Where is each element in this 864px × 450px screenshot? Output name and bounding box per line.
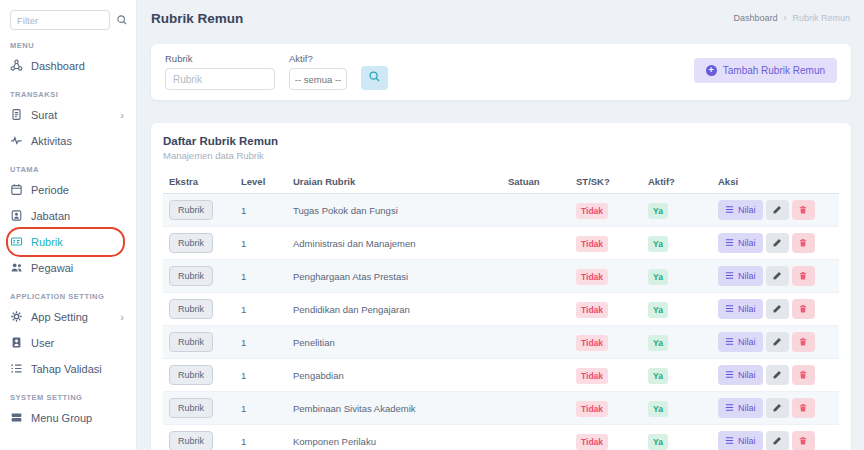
edit-button[interactable]: [766, 431, 789, 450]
trash-icon: [798, 236, 808, 251]
sidebar-item-jabatan[interactable]: Jabatan: [0, 203, 136, 229]
ekstra-rubrik-button[interactable]: Rubrik: [169, 233, 213, 253]
nilai-button[interactable]: Nilai: [718, 332, 763, 352]
aksi-cell: Nilai: [712, 359, 839, 392]
stsk-badge: Tidak: [576, 236, 608, 252]
nilai-button[interactable]: Nilai: [718, 299, 763, 319]
delete-button[interactable]: [792, 233, 815, 253]
aktif-cell: Ya: [642, 392, 712, 425]
edit-button[interactable]: [766, 200, 789, 220]
delete-button[interactable]: [792, 332, 815, 352]
rubrik-filter-input[interactable]: [165, 68, 275, 90]
edit-button[interactable]: [766, 233, 789, 253]
edit-button[interactable]: [766, 266, 789, 286]
sidebar-item-label: Jabatan: [31, 210, 70, 222]
table-body: Rubrik 1 Tugas Pokok dan Fungsi Tidak Ya…: [163, 194, 839, 450]
edit-button[interactable]: [766, 299, 789, 319]
breadcrumb-separator: ›: [783, 13, 786, 23]
ekstra-rubrik-button[interactable]: Rubrik: [169, 266, 213, 286]
sidebar-item-user[interactable]: User: [0, 330, 136, 356]
delete-button[interactable]: [792, 299, 815, 319]
nilai-button-label: Nilai: [738, 304, 756, 314]
satuan-cell: [502, 359, 570, 392]
delete-button[interactable]: [792, 200, 815, 220]
column-header: Satuan: [502, 170, 570, 194]
section-label-menu: MENU: [10, 41, 126, 50]
sidebar-item-periode[interactable]: Periode: [0, 177, 136, 203]
aktif-cell: Ya: [642, 293, 712, 326]
nilai-button-label: Nilai: [738, 436, 756, 446]
trash-icon: [798, 302, 808, 317]
content: Rubrik Aktif? -- semua --: [137, 36, 864, 450]
stsk-cell: Tidak: [570, 194, 642, 227]
activity-icon: [10, 134, 23, 149]
trash-icon: [798, 269, 808, 284]
ekstra-cell: Rubrik: [163, 425, 235, 450]
stsk-cell: Tidak: [570, 293, 642, 326]
nilai-button[interactable]: Nilai: [718, 365, 763, 385]
delete-button[interactable]: [792, 365, 815, 385]
add-rubrik-button[interactable]: + Tambah Rubrik Remun: [694, 58, 837, 83]
aktif-badge: Ya: [648, 203, 668, 219]
satuan-cell: [502, 326, 570, 359]
nilai-button[interactable]: Nilai: [718, 266, 763, 286]
edit-button[interactable]: [766, 365, 789, 385]
delete-button[interactable]: [792, 398, 815, 418]
sidebar-item-rubrik[interactable]: Rubrik: [0, 229, 136, 255]
edit-button[interactable]: [766, 398, 789, 418]
table-subtitle: Manajemen data Rubrik: [163, 150, 839, 161]
breadcrumb-current: Rubrik Remun: [792, 13, 850, 23]
aktif-badge: Ya: [648, 302, 668, 318]
edit-button[interactable]: [766, 332, 789, 352]
uraian-cell: Komponen Perilaku: [287, 425, 502, 450]
nilai-button[interactable]: Nilai: [718, 233, 763, 253]
ekstra-rubrik-button[interactable]: Rubrik: [169, 431, 213, 450]
aktif-badge: Ya: [648, 368, 668, 384]
ekstra-rubrik-button[interactable]: Rubrik: [169, 299, 213, 319]
ekstra-rubrik-button[interactable]: Rubrik: [169, 365, 213, 385]
satuan-cell: [502, 227, 570, 260]
table-header-row: EkstraLevelUraian RubrikSatuanST/SK?Akti…: [163, 170, 839, 194]
row-actions: Nilai: [718, 431, 833, 450]
row-actions: Nilai: [718, 233, 833, 253]
aksi-cell: Nilai: [712, 392, 839, 425]
sidebar-item-app-setting[interactable]: App Setting ›: [0, 304, 136, 330]
sidebar-item-label: Periode: [31, 184, 69, 196]
sidebar-filter: [10, 10, 128, 30]
breadcrumb-dashboard-link[interactable]: Dashboard: [733, 13, 777, 23]
table-card: Daftar Rubrik Remun Manajemen data Rubri…: [151, 123, 851, 450]
sidebar-item-tahap-validasi[interactable]: Tahap Validasi: [0, 356, 136, 382]
user-badge-icon: [10, 336, 23, 351]
pencil-icon: [772, 368, 782, 383]
nilai-button[interactable]: Nilai: [718, 398, 763, 418]
nilai-button-label: Nilai: [738, 337, 756, 347]
aktif-cell: Ya: [642, 227, 712, 260]
chevron-right-icon: ›: [120, 312, 124, 323]
sidebar-item-aktivitas[interactable]: Aktivitas: [0, 128, 136, 154]
level-cell: 1: [235, 260, 287, 293]
dashboard-icon: [10, 59, 23, 74]
sidebar-item-pegawai[interactable]: Pegawai: [0, 255, 136, 281]
sidebar-item-surat[interactable]: Surat ›: [0, 102, 136, 128]
table-row: Rubrik 1 Administrasi dan Manajemen Tida…: [163, 227, 839, 260]
chevron-right-icon: ›: [120, 110, 124, 121]
satuan-cell: [502, 260, 570, 293]
sidebar-item-dashboard[interactable]: Dashboard: [0, 53, 136, 79]
aktif-badge: Ya: [648, 401, 668, 417]
ekstra-rubrik-button[interactable]: Rubrik: [169, 332, 213, 352]
sidebar-filter-input[interactable]: [17, 15, 103, 26]
delete-button[interactable]: [792, 431, 815, 450]
sidebar-filter-box[interactable]: [10, 10, 110, 30]
aktif-cell: Ya: [642, 425, 712, 450]
search-button[interactable]: [361, 66, 388, 90]
ekstra-rubrik-button[interactable]: Rubrik: [169, 200, 213, 220]
aktif-select[interactable]: -- semua --: [289, 68, 347, 90]
nilai-button[interactable]: Nilai: [718, 431, 763, 450]
delete-button[interactable]: [792, 266, 815, 286]
nilai-button[interactable]: Nilai: [718, 200, 763, 220]
sidebar-item-menu-group[interactable]: Menu Group: [0, 405, 136, 431]
ekstra-rubrik-button[interactable]: Rubrik: [169, 398, 213, 418]
ekstra-cell: Rubrik: [163, 359, 235, 392]
stsk-cell: Tidak: [570, 392, 642, 425]
aksi-cell: Nilai: [712, 260, 839, 293]
